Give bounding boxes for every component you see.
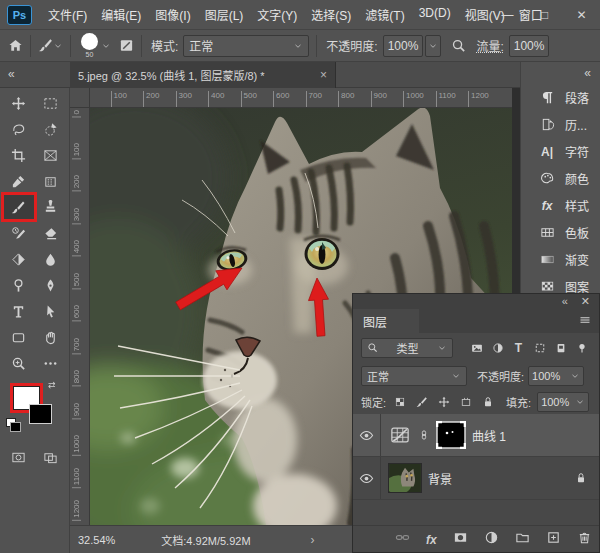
rail-item-gradient[interactable]: 渐变 [521, 246, 600, 273]
menu-item[interactable]: 图像(I) [148, 6, 197, 23]
status-options-chevron[interactable]: › [311, 533, 315, 547]
brush-settings-panel-icon[interactable] [119, 38, 134, 53]
ruler-corner[interactable] [70, 88, 90, 108]
menu-item[interactable]: 选择(S) [304, 6, 358, 23]
brush-preset-icon[interactable] [38, 38, 53, 53]
document-tab[interactable]: 5.jpeg @ 32.5% (曲线 1, 图层蒙版/8) * × [70, 62, 336, 88]
tab-layers[interactable]: 图层 [353, 309, 419, 333]
lock-artboard[interactable] [458, 394, 474, 410]
menu-item[interactable]: 文件(F) [41, 6, 94, 23]
swap-colors-icon[interactable]: ⇄ [48, 380, 56, 390]
v-ruler[interactable]: 0100200300400500600700800900100011001200 [70, 108, 90, 525]
blur-tool[interactable] [35, 246, 67, 272]
type-tool[interactable] [3, 298, 35, 324]
brush-size-picker[interactable]: 50 [81, 33, 98, 58]
zoom-tool[interactable] [3, 350, 35, 376]
blend-mode-select[interactable]: 正常 [183, 35, 309, 57]
filter-shape[interactable] [530, 338, 549, 357]
chevron-down-icon[interactable] [53, 41, 63, 51]
rail-item-history[interactable]: 历... [521, 111, 600, 138]
layer-fill-field[interactable]: 100% [537, 392, 589, 412]
link-layers-button[interactable] [395, 530, 410, 549]
menu-item[interactable]: 滤镜(T) [358, 6, 411, 23]
layer-content[interactable]: 背景 [381, 457, 575, 499]
opacity-input[interactable]: 100% [383, 35, 424, 57]
collapse-chevrons-icon[interactable]: « [8, 67, 14, 81]
flow-label[interactable]: 流量: [476, 37, 503, 54]
filter-image[interactable] [467, 338, 486, 357]
home-icon[interactable] [8, 38, 23, 53]
opacity-dropdown[interactable] [425, 35, 441, 57]
close-button[interactable]: ✕ [563, 0, 600, 30]
lock-all[interactable] [480, 394, 496, 410]
path-select-tool[interactable] [35, 298, 67, 324]
eyedropper-tool[interactable] [3, 168, 35, 194]
move-tool[interactable] [3, 90, 35, 116]
dodge-tool[interactable] [3, 272, 35, 298]
filter-kind-select[interactable]: 类型 [361, 338, 453, 358]
new-adjustment-button[interactable] [484, 530, 499, 549]
menu-item[interactable]: 3D(D) [412, 6, 458, 23]
screen-mode[interactable] [35, 444, 67, 470]
curves-adjustment-icon[interactable] [388, 425, 412, 445]
history-brush-tool[interactable] [3, 220, 35, 246]
eraser-tool[interactable] [35, 220, 67, 246]
marquee-tool[interactable] [35, 90, 67, 116]
layer-mask-thumbnail[interactable] [436, 421, 466, 449]
flow-input[interactable]: 100% [509, 35, 550, 57]
minimize-button[interactable]: — [489, 0, 526, 30]
new-group-button[interactable] [515, 530, 530, 549]
chevron-down-icon[interactable] [101, 41, 111, 51]
menu-item[interactable]: 文字(Y) [250, 6, 304, 23]
filter-adjustment[interactable] [488, 338, 507, 357]
rail-item-character[interactable]: A|字符 [521, 138, 600, 165]
search-icon[interactable] [451, 38, 466, 53]
filter-smart-object[interactable] [551, 338, 570, 357]
lock-position[interactable] [436, 394, 452, 410]
layer-visibility-toggle[interactable] [353, 457, 381, 499]
layer-opacity-field[interactable]: 100% [528, 366, 584, 386]
layer-content[interactable]: 曲线 1 [381, 414, 599, 456]
more-tools[interactable] [35, 350, 67, 376]
quick-select-tool[interactable] [35, 116, 67, 142]
rail-item-swatches[interactable]: 色板 [521, 219, 600, 246]
quick-mask-mode[interactable] [3, 444, 35, 470]
tab-close-icon[interactable]: × [320, 68, 327, 82]
pen-tool[interactable] [35, 272, 67, 298]
new-layer-button[interactable] [546, 530, 561, 549]
add-mask-button[interactable] [453, 530, 468, 549]
dock-collapse-chevrons[interactable]: « [584, 66, 590, 80]
filter-pin[interactable] [572, 338, 591, 357]
panel-menu-icon[interactable] [579, 314, 591, 326]
layer-visibility-toggle[interactable] [353, 414, 381, 456]
filter-type[interactable]: T [509, 338, 528, 357]
rail-item-styles[interactable]: fx样式 [521, 192, 600, 219]
menu-item[interactable]: 图层(L) [198, 6, 251, 23]
gradient-tool[interactable] [3, 246, 35, 272]
layer-style-button[interactable]: fx [426, 530, 437, 548]
lasso-tool[interactable] [3, 116, 35, 142]
panel-collapse-chevrons[interactable]: « [562, 296, 567, 307]
layer-thumbnail[interactable] [388, 463, 422, 493]
zoom-level-field[interactable]: 32.54% [78, 534, 115, 546]
rail-item-paragraph[interactable]: 段落 [521, 84, 600, 111]
lock-transparent[interactable] [392, 394, 408, 410]
menu-item[interactable]: 编辑(E) [94, 6, 148, 23]
photoshop-logo[interactable]: Ps [7, 5, 32, 25]
rail-item-color[interactable]: 颜色 [521, 165, 600, 192]
layer-row-曲线 1[interactable]: 曲线 1 [353, 414, 599, 457]
lock-pixels[interactable] [414, 394, 430, 410]
layer-row-背景[interactable]: 背景 [353, 457, 599, 500]
panel-close-icon[interactable]: ✕ [581, 296, 589, 307]
default-colors-icon[interactable] [6, 418, 16, 427]
mask-link-icon[interactable] [418, 429, 430, 441]
hand-tool[interactable] [35, 324, 67, 350]
crop-tool[interactable] [3, 142, 35, 168]
clone-stamp-tool[interactable] [35, 194, 67, 220]
layer-blend-mode-select[interactable]: 正常 [361, 366, 467, 386]
maximize-button[interactable]: □ [526, 0, 563, 30]
frame-tool[interactable] [35, 142, 67, 168]
delete-layer-button[interactable] [577, 530, 592, 549]
background-color-swatch[interactable] [29, 404, 52, 424]
h-ruler[interactable]: 0100200300400500600700800900100011001200 [70, 88, 512, 108]
